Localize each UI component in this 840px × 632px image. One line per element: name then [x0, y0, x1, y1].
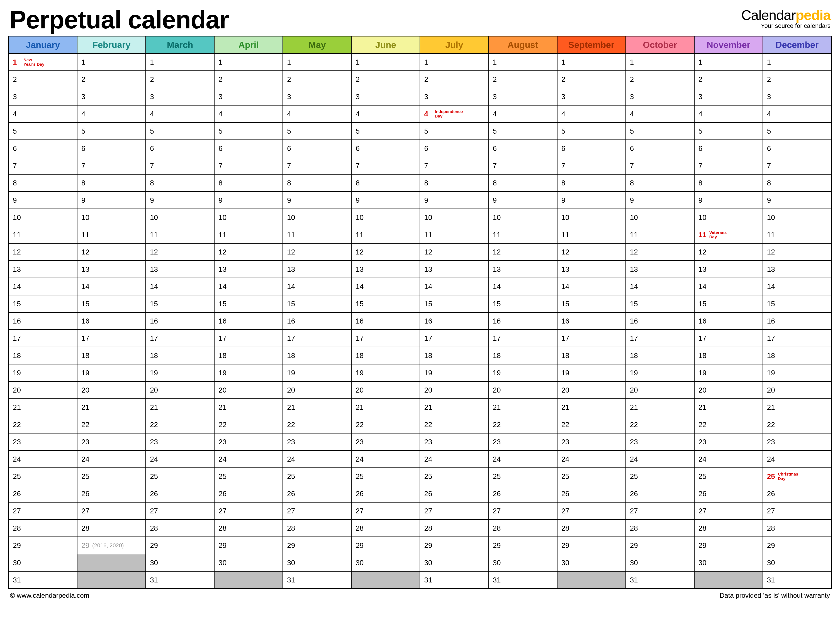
- day-number: 9: [13, 196, 21, 205]
- day-number: 19: [630, 369, 638, 377]
- day-cell: 10: [763, 209, 831, 226]
- day-cell: 12: [420, 243, 488, 261]
- day-number: 3: [287, 93, 295, 101]
- day-number: 27: [287, 507, 295, 515]
- day-number: 10: [81, 213, 90, 222]
- day-cell: 2: [214, 71, 283, 88]
- day-cell: 27: [557, 502, 626, 520]
- day-number: 24: [424, 455, 432, 463]
- day-number: 8: [424, 179, 432, 188]
- day-cell: 17: [9, 329, 77, 347]
- day-cell: 21: [694, 399, 763, 416]
- day-cell: 31: [9, 571, 77, 589]
- day-cell: 26: [283, 485, 351, 502]
- day-cell: 13: [626, 261, 694, 278]
- day-number: 12: [355, 248, 363, 257]
- day-number: 22: [355, 421, 363, 429]
- day-number: 12: [767, 248, 775, 257]
- day-number: 12: [81, 248, 90, 257]
- day-number: 22: [424, 421, 432, 429]
- day-cell: 5: [626, 123, 694, 140]
- day-cell: 3: [351, 88, 420, 105]
- day-cell: 10: [351, 209, 420, 226]
- table-row: 141414141414141414141414: [9, 278, 831, 295]
- day-number: 31: [150, 576, 158, 585]
- day-cell: 31: [626, 571, 694, 589]
- day-cell: 18: [9, 347, 77, 364]
- day-cell: 10: [9, 209, 77, 226]
- day-cell: 25: [557, 468, 626, 485]
- table-row: 121212121212121212121212: [9, 243, 831, 261]
- day-number: 16: [630, 317, 638, 325]
- day-number: 19: [698, 369, 707, 377]
- day-number: 24: [630, 455, 638, 463]
- day-number: 3: [561, 93, 569, 101]
- day-number: 24: [150, 455, 158, 463]
- day-number: 16: [561, 317, 570, 325]
- day-cell: 31: [146, 571, 214, 589]
- day-number: 15: [218, 299, 226, 308]
- day-number: 1: [355, 58, 363, 66]
- day-cell: 17: [763, 329, 831, 347]
- day-number: 6: [561, 144, 569, 153]
- day-cell: 18: [626, 347, 694, 364]
- table-row: 222222222222222222222222: [9, 416, 831, 433]
- day-cell: 5: [77, 123, 146, 140]
- day-cell: 16: [420, 312, 488, 329]
- day-number: 3: [630, 93, 638, 101]
- day-cell: 20: [77, 381, 146, 399]
- day-number: 9: [630, 196, 638, 205]
- day-number: 26: [355, 489, 363, 498]
- day-number: 15: [767, 299, 775, 308]
- day-cell: 20: [146, 381, 214, 399]
- day-number: 5: [630, 127, 638, 136]
- month-header-row: JanuaryFebruaryMarchAprilMayJuneJulyAugu…: [9, 36, 831, 54]
- day-number: 2: [81, 75, 89, 84]
- day-cell: 27: [420, 502, 488, 520]
- day-number: 17: [630, 334, 638, 343]
- day-number: 2: [355, 75, 363, 84]
- day-cell: 28: [283, 520, 351, 537]
- day-cell: 22: [77, 416, 146, 433]
- day-number: 20: [767, 386, 775, 394]
- day-number: 18: [630, 351, 638, 360]
- day-number: 8: [767, 179, 775, 188]
- day-cell: 12: [214, 243, 283, 261]
- day-cell: 17: [283, 329, 351, 347]
- day-number: 3: [493, 93, 501, 101]
- day-cell: 19: [283, 364, 351, 381]
- day-number: 1: [424, 58, 432, 66]
- day-cell: 19: [146, 364, 214, 381]
- day-number: 14: [424, 282, 432, 291]
- calendar-table: JanuaryFebruaryMarchAprilMayJuneJulyAugu…: [8, 36, 832, 589]
- day-number: 6: [630, 144, 638, 153]
- day-number: 1: [150, 58, 158, 66]
- footer-copyright: © www.calendarpedia.com: [10, 592, 89, 599]
- day-cell: 11: [626, 226, 694, 243]
- day-number: 8: [630, 179, 638, 188]
- day-cell: 5: [214, 123, 283, 140]
- day-cell: 31: [283, 571, 351, 589]
- day-number: 30: [13, 558, 21, 567]
- day-number: 31: [13, 576, 21, 585]
- day-number: 26: [493, 489, 501, 498]
- day-cell: 1: [420, 54, 488, 71]
- day-cell: 4: [214, 105, 283, 123]
- day-number: 20: [150, 386, 158, 394]
- day-cell: 30: [489, 554, 557, 571]
- day-number: 21: [13, 403, 21, 412]
- day-cell: 10: [626, 209, 694, 226]
- day-number: 20: [424, 386, 432, 394]
- day-number: 29: [424, 541, 432, 550]
- day-number: 20: [355, 386, 363, 394]
- day-number: 23: [493, 438, 501, 446]
- day-cell: 19: [557, 364, 626, 381]
- day-number: 5: [424, 127, 432, 136]
- day-number: 2: [13, 75, 21, 84]
- day-cell: 17: [214, 329, 283, 347]
- day-number: 21: [561, 403, 570, 412]
- day-cell: 11: [557, 226, 626, 243]
- day-number: 23: [561, 438, 570, 446]
- day-number: 28: [424, 524, 432, 533]
- day-number: 20: [218, 386, 226, 394]
